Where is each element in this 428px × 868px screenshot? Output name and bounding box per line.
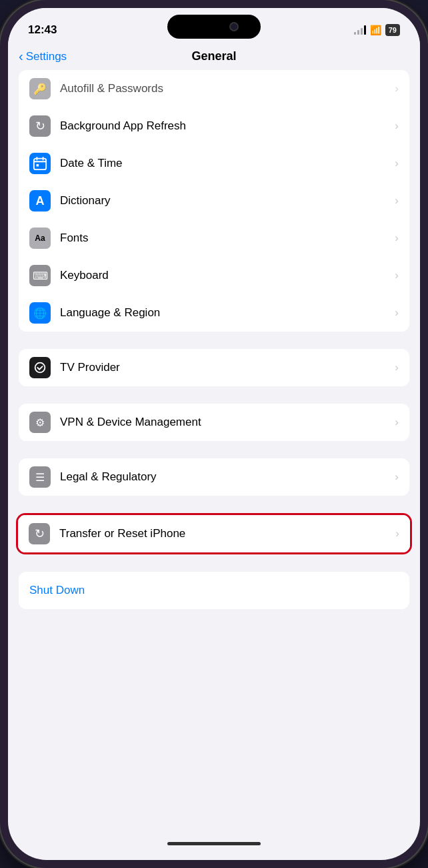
transfer-reset-chevron-icon: › bbox=[395, 527, 399, 540]
list-item-keyboard[interactable]: ⌨ Keyboard › bbox=[19, 257, 409, 294]
background-refresh-label: Background App Refresh bbox=[60, 119, 395, 133]
signal-icon bbox=[354, 25, 366, 35]
language-region-icon: 🌐 bbox=[29, 302, 51, 324]
dictionary-icon: A bbox=[29, 190, 51, 211]
svg-rect-0 bbox=[34, 159, 46, 170]
wifi-icon: 📶 bbox=[370, 25, 381, 35]
list-item-transfer-reset[interactable]: ↻ Transfer or Reset iPhone › bbox=[18, 515, 410, 552]
keyboard-icon: ⌨ bbox=[29, 265, 51, 286]
notch bbox=[167, 15, 261, 39]
list-item-shutdown[interactable]: Shut Down bbox=[19, 572, 409, 609]
autofill-label: Autofill & Passwords bbox=[60, 82, 395, 95]
legal-chevron-icon: › bbox=[395, 470, 399, 484]
settings-group-legal: ☰ Legal & Regulatory › bbox=[19, 458, 409, 496]
svg-rect-1 bbox=[37, 164, 39, 167]
signal-bar-2 bbox=[357, 30, 359, 35]
fonts-label: Fonts bbox=[60, 232, 395, 245]
tv-provider-label: TV Provider bbox=[60, 361, 395, 374]
signal-bar-3 bbox=[361, 28, 363, 35]
settings-group-tv: TV Provider › bbox=[19, 349, 409, 386]
legal-label: Legal & Regulatory bbox=[60, 470, 395, 484]
back-chevron-icon: ‹ bbox=[19, 49, 23, 64]
date-time-icon bbox=[29, 153, 51, 174]
autofill-icon: 🔑 bbox=[29, 78, 51, 99]
settings-group-vpn: ⚙ VPN & Device Management › bbox=[19, 404, 409, 441]
tv-provider-icon bbox=[29, 357, 51, 378]
settings-group-shutdown: Shut Down bbox=[19, 572, 409, 609]
list-item-vpn[interactable]: ⚙ VPN & Device Management › bbox=[19, 404, 409, 441]
fonts-icon: Aa bbox=[29, 228, 51, 249]
phone-frame: 12:43 📶 79 ‹ Settings bbox=[0, 0, 428, 868]
page-title: General bbox=[191, 49, 236, 63]
settings-group-main: 🔑 Autofill & Passwords › ↻ Background Ap… bbox=[19, 70, 409, 332]
legal-icon: ☰ bbox=[29, 466, 51, 488]
tv-provider-chevron-icon: › bbox=[395, 361, 399, 374]
transfer-reset-icon: ↻ bbox=[29, 523, 50, 544]
back-label: Settings bbox=[26, 50, 67, 63]
vpn-label: VPN & Device Management bbox=[60, 416, 395, 429]
shutdown-label: Shut Down bbox=[29, 584, 399, 597]
list-item-autofill[interactable]: 🔑 Autofill & Passwords › bbox=[19, 70, 409, 107]
autofill-chevron-icon: › bbox=[395, 82, 399, 95]
back-button[interactable]: ‹ Settings bbox=[19, 49, 67, 64]
status-bar: 12:43 📶 79 bbox=[8, 8, 420, 44]
dictionary-label: Dictionary bbox=[60, 194, 395, 207]
vpn-icon: ⚙ bbox=[29, 412, 51, 433]
camera-dot bbox=[229, 22, 239, 31]
vpn-chevron-icon: › bbox=[395, 416, 399, 429]
signal-bar-1 bbox=[354, 32, 356, 35]
language-region-label: Language & Region bbox=[60, 306, 395, 320]
nav-bar: ‹ Settings General bbox=[8, 44, 420, 70]
keyboard-label: Keyboard bbox=[60, 269, 395, 282]
svg-point-2 bbox=[35, 363, 45, 373]
status-time: 12:43 bbox=[28, 23, 57, 37]
settings-group-transfer: ↻ Transfer or Reset iPhone › bbox=[16, 513, 412, 554]
home-indicator bbox=[167, 842, 261, 845]
status-icons: 📶 79 bbox=[354, 24, 400, 36]
background-refresh-chevron-icon: › bbox=[395, 119, 399, 133]
battery-icon: 79 bbox=[385, 24, 400, 36]
date-time-label: Date & Time bbox=[60, 157, 395, 170]
list-item-language-region[interactable]: 🌐 Language & Region › bbox=[19, 294, 409, 332]
list-item-fonts[interactable]: Aa Fonts › bbox=[19, 220, 409, 257]
settings-content: 🔑 Autofill & Passwords › ↻ Background Ap… bbox=[8, 70, 420, 641]
list-item-date-time[interactable]: Date & Time › bbox=[19, 145, 409, 182]
dictionary-chevron-icon: › bbox=[395, 194, 399, 207]
signal-bar-4 bbox=[364, 25, 366, 35]
transfer-reset-label: Transfer or Reset iPhone bbox=[59, 527, 395, 540]
list-item-dictionary[interactable]: A Dictionary › bbox=[19, 182, 409, 220]
fonts-chevron-icon: › bbox=[395, 232, 399, 245]
background-refresh-icon: ↻ bbox=[29, 115, 51, 137]
phone-screen: 12:43 📶 79 ‹ Settings bbox=[8, 8, 420, 860]
date-time-chevron-icon: › bbox=[395, 157, 399, 170]
list-item-background-refresh[interactable]: ↻ Background App Refresh › bbox=[19, 107, 409, 145]
language-region-chevron-icon: › bbox=[395, 306, 399, 320]
keyboard-chevron-icon: › bbox=[395, 269, 399, 282]
list-item-legal[interactable]: ☰ Legal & Regulatory › bbox=[19, 458, 409, 496]
list-item-tv-provider[interactable]: TV Provider › bbox=[19, 349, 409, 386]
